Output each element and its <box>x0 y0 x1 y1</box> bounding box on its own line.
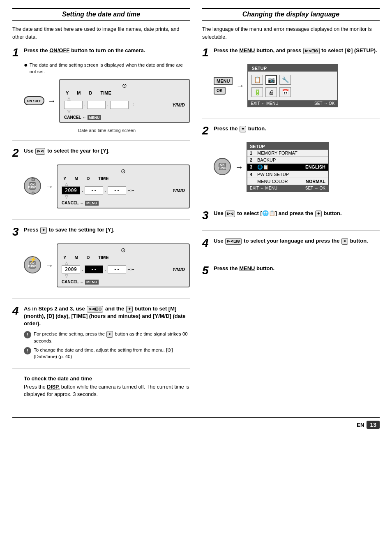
menu-row-1: 1 MEMORY FORMAT <box>247 150 328 157</box>
setup-menu-footer: EXIT ← MENU SET → OK <box>247 185 328 191</box>
arrow-r1: → <box>236 81 244 90</box>
setup-icon-4: 🔧 <box>279 75 291 85</box>
lcd-cancel-1: CANCEL ← MENU <box>64 115 185 120</box>
lcd-cancel-2: CANCEL ← MENU <box>62 201 185 205</box>
menu-num-1: 1 <box>250 150 255 155</box>
lcd-sep2a: . <box>82 188 83 192</box>
lcd-down-2: ▽ <box>62 194 185 199</box>
footer-page-number: 13 <box>367 421 380 429</box>
right-step-3-number: 3 <box>202 210 211 221</box>
left-step-3: 3 Press ✦ to save the setting for [Y]. O… <box>12 226 190 299</box>
page-container: Setting the date and time The date and t… <box>12 8 380 429</box>
step-1-number: 1 <box>12 47 21 58</box>
step-1-diagram: ON / OFF → ⊙ Y M D TIME <box>24 76 190 125</box>
lcd-time-label: TIME <box>100 90 111 95</box>
check-date-text: Press the DISP. button while the camera … <box>24 383 190 399</box>
lcd-screen-2: ⊙ Y M D TIME △ 2009 . - <box>57 164 190 208</box>
lcd-header-1: Y M D TIME <box>64 90 185 95</box>
lcd-ymd-label: Y/M/D <box>172 102 185 107</box>
step-1-sub: ● The date and time setting screen is di… <box>24 62 190 75</box>
nav-top-icon-3: ⚡ <box>30 256 37 263</box>
step-2-diagram: OKFUNC. ⊡ ⊙ → ⊙ Y M D TIME <box>24 162 190 211</box>
page-footer: EN 13 <box>12 417 380 429</box>
setup-menu-title: SETUP <box>247 143 328 150</box>
lcd-cancel-3: CANCEL ← MENU <box>62 280 185 284</box>
ok-icon-4: ✦ <box>126 306 133 313</box>
lcd-year-value-3: 2009 <box>62 265 80 273</box>
left-column: Setting the date and time The date and t… <box>12 8 190 411</box>
nav-icon-4: ⊳⊲⊡⊙ <box>87 306 103 313</box>
onoff-button[interactable]: ON / OFF <box>24 96 44 105</box>
right-column: Changing the display language The langua… <box>202 8 380 411</box>
menu-item-3: 🌐📋 <box>257 164 269 170</box>
lcd-month-value: -- <box>87 101 106 109</box>
lcd-colon-sep: --:-- <box>130 102 137 107</box>
lcd-day-value-3: -- <box>108 265 126 273</box>
step-1-caption: Date and time setting screen <box>24 128 190 133</box>
step-3-header: 3 Press ✦ to save the setting for [Y]. <box>12 226 190 238</box>
right-step-2-text: Press the ✦ button. <box>214 125 266 132</box>
lcd-y3: Y <box>63 255 66 260</box>
lcd-time-2: --:-- <box>128 188 134 192</box>
right-step-1-number: 1 <box>202 47 211 58</box>
setup-icons-col-2: 📷 🖨 <box>265 75 277 97</box>
lcd-y-label: Y <box>66 90 69 95</box>
menu-val-5: NORMAL <box>306 179 325 184</box>
right-step-2-diagram: OKFUNC. → SETUP 1 MEMORY FORMAT 2 BACKUP <box>214 140 380 194</box>
ok-icon-r2: ✦ <box>240 126 246 132</box>
step-3-text: Press ✦ to save the setting for [Y]. <box>24 226 114 234</box>
note-ok-icon: ✦ <box>106 331 113 338</box>
note-2: ! To change the date and time, adjust th… <box>24 347 190 360</box>
setup-title-bar: SETUP <box>248 65 337 72</box>
menu-button[interactable]: MENU <box>214 77 233 85</box>
menu-exit-label: EXIT ← MENU <box>250 186 277 190</box>
nav-ring-r2: OKFUNC. <box>214 158 231 175</box>
lcd-sep3b: . <box>105 267 106 271</box>
disp-button-label: DISP. <box>47 384 60 390</box>
lcd-t2: TIME <box>98 176 108 181</box>
lcd-camera-icon: ⊙ <box>64 82 185 89</box>
menu-item-5: MENU COLOR <box>257 179 288 184</box>
note-1-text: For precise time setting, press the ✦ bu… <box>34 331 190 344</box>
menu-val-3: ENGLISH <box>305 164 325 169</box>
lcd-down-arrow: ▽ <box>64 109 185 113</box>
lcd-down-3: ▽ <box>62 273 185 278</box>
step-1-text: Press the ON/OFF button to turn on the c… <box>24 47 145 54</box>
lcd-m-label: M <box>77 90 81 95</box>
left-step-4: 4 As in Steps 2 and 3, use ⊳⊲⊡⊙ and the … <box>12 305 190 369</box>
menu-num-4: 4 <box>250 172 255 177</box>
lcd-sep3a: . <box>82 267 83 271</box>
setup-icon-2: 🔋 <box>251 87 263 97</box>
step-3-number: 3 <box>12 226 21 238</box>
left-step-1: 1 Press the ON/OFF button to turn on the… <box>12 47 190 141</box>
right-step-4: 4 Use ⊳⊲⊡⊙ to select your language and p… <box>202 237 380 258</box>
right-step-5-header: 5 Press the MENU button. <box>202 265 380 276</box>
lcd-month-value-3: -- <box>85 265 103 273</box>
nav-top-icon: ⊡ <box>31 177 35 182</box>
setup-icon-3: 🖨 <box>265 87 277 97</box>
lcd-y2: Y <box>63 176 66 181</box>
left-intro-text: The date and time set here are used to i… <box>12 25 190 41</box>
menu-row-4: 4 PW ON SETUP <box>247 171 328 178</box>
right-step-1: 1 Press the MENU button, and press ⊳⊲⊡⊙ … <box>202 47 380 118</box>
lcd-camera-icon-3: ⊙ <box>62 247 185 253</box>
step-2-header: 2 Use ⊳⊲ to select the year for [Y]. <box>12 147 190 159</box>
right-step-3-header: 3 Use ⊳⊲ to select [🌐📋] and press the ✦ … <box>202 210 380 221</box>
note-icon-2: ! <box>24 347 31 354</box>
setup-icons-row: 📋 🔋 📷 🖨 🔧 📅 <box>248 72 337 100</box>
nav-icon-r3: ⊳⊲ <box>225 211 235 217</box>
right-step-5-text: Press the MENU button. <box>214 265 274 272</box>
ok-button-group: OK <box>214 87 226 95</box>
setup-menu-screen: SETUP 1 MEMORY FORMAT 2 BACKUP 3 🌐📋 <box>247 142 329 192</box>
menu-row-2: 2 BACKUP <box>247 157 328 164</box>
right-step-4-header: 4 Use ⊳⊲⊡⊙ to select your language and p… <box>202 237 380 249</box>
right-step-3: 3 Use ⊳⊲ to select [🌐📋] and press the ✦ … <box>202 210 380 231</box>
right-step-2: 2 Press the ✦ button. OKFUNC. → SETUP <box>202 125 380 203</box>
setup-icon-camera: 📷 <box>265 75 277 85</box>
lcd-dot-sep2: . <box>107 102 108 107</box>
ok-button-r1[interactable]: OK <box>214 87 226 95</box>
ok-func-button[interactable]: OKFUNC. <box>29 182 36 190</box>
lcd-row-2: 2009 . -- . -- --:-- Y/M/D <box>62 186 185 194</box>
check-date-section: To check the date and time Press the DIS… <box>12 375 190 405</box>
ok-func-r2[interactable]: OKFUNC. <box>219 163 226 170</box>
